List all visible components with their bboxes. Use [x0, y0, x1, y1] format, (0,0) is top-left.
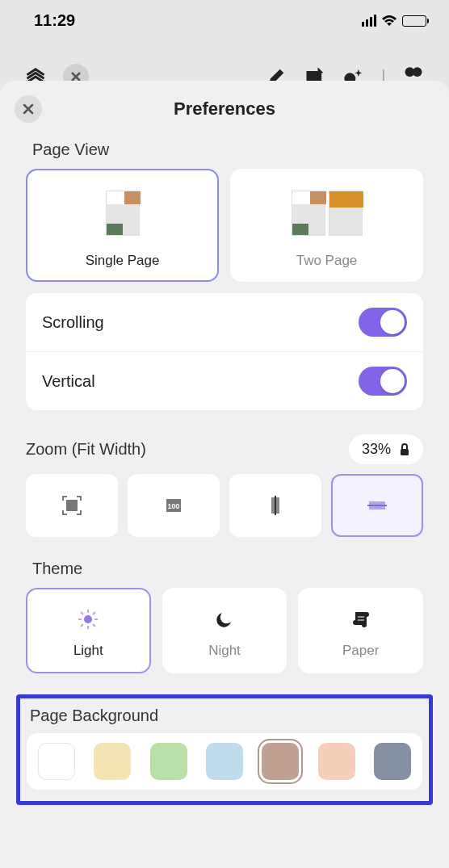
svg-line-19: [93, 612, 95, 614]
theme-night-label: Night: [172, 643, 278, 659]
page-view-label: Page View: [0, 134, 449, 169]
status-time: 11:29: [34, 11, 75, 30]
svg-text:100: 100: [167, 502, 179, 510]
two-page-thumb: [240, 182, 413, 245]
zoom-value: 33%: [362, 441, 391, 458]
vertical-toggle[interactable]: [359, 367, 407, 396]
zoom-fit-page[interactable]: [26, 474, 118, 537]
scroll-icon: [308, 607, 413, 631]
swatch-brown[interactable]: [262, 743, 299, 780]
two-page-label: Two Page: [240, 253, 413, 269]
swatch-green[interactable]: [150, 743, 187, 780]
theme-night[interactable]: Night: [162, 588, 287, 673]
swatch-peach[interactable]: [318, 743, 355, 780]
svg-point-12: [84, 615, 92, 623]
scrolling-label: Scrolling: [42, 313, 104, 332]
signal-icon: [362, 15, 376, 27]
theme-light-label: Light: [36, 643, 141, 659]
swatch-cream[interactable]: [94, 743, 131, 780]
zoom-actual-size[interactable]: 100: [128, 474, 220, 537]
zoom-label: Zoom (Fit Width): [26, 440, 146, 459]
single-page-label: Single Page: [36, 253, 209, 269]
svg-point-3: [413, 67, 422, 77]
close-button[interactable]: [15, 95, 42, 123]
page-background-label: Page Background: [27, 707, 422, 733]
swatch-white[interactable]: [38, 743, 75, 780]
sun-icon: [36, 607, 141, 631]
swatch-blue[interactable]: [206, 743, 243, 780]
swatch-row: [27, 733, 422, 790]
swatch-slate[interactable]: [374, 743, 411, 780]
close-icon: [22, 103, 35, 115]
status-icons: [362, 15, 426, 27]
svg-rect-4: [401, 449, 409, 455]
lock-icon: [399, 443, 410, 456]
two-page-option[interactable]: Two Page: [230, 169, 423, 282]
zoom-fit-height[interactable]: [229, 474, 321, 537]
page-background-section: Page Background: [16, 694, 433, 805]
preferences-sheet: Preferences Page View Single Page Two Pa…: [0, 81, 449, 868]
vertical-label: Vertical: [42, 372, 95, 391]
fit-width-icon: [366, 494, 388, 517]
theme-paper-label: Paper: [308, 643, 413, 659]
single-page-thumb: [36, 182, 209, 245]
theme-paper[interactable]: Paper: [298, 588, 423, 673]
fit-height-icon: [264, 494, 287, 517]
scrolling-toggle[interactable]: [359, 308, 407, 337]
battery-icon: [402, 15, 426, 27]
status-bar: 11:29: [0, 0, 449, 38]
svg-line-20: [81, 624, 83, 627]
zoom-value-pill[interactable]: 33%: [349, 434, 423, 464]
actual-size-icon: 100: [162, 494, 185, 517]
wifi-icon: [381, 15, 397, 27]
svg-line-17: [81, 612, 83, 614]
svg-rect-5: [66, 500, 78, 511]
zoom-fit-width[interactable]: [331, 474, 423, 537]
single-page-option[interactable]: Single Page: [26, 169, 219, 282]
vertical-row: Vertical: [26, 351, 423, 410]
theme-light[interactable]: Light: [26, 588, 151, 673]
toggle-list: Scrolling Vertical: [26, 293, 423, 410]
scrolling-row: Scrolling: [26, 293, 423, 351]
svg-line-18: [93, 624, 95, 627]
sheet-title: Preferences: [0, 99, 449, 120]
moon-icon: [172, 607, 278, 631]
theme-label: Theme: [0, 537, 449, 588]
fit-page-icon: [61, 494, 83, 517]
